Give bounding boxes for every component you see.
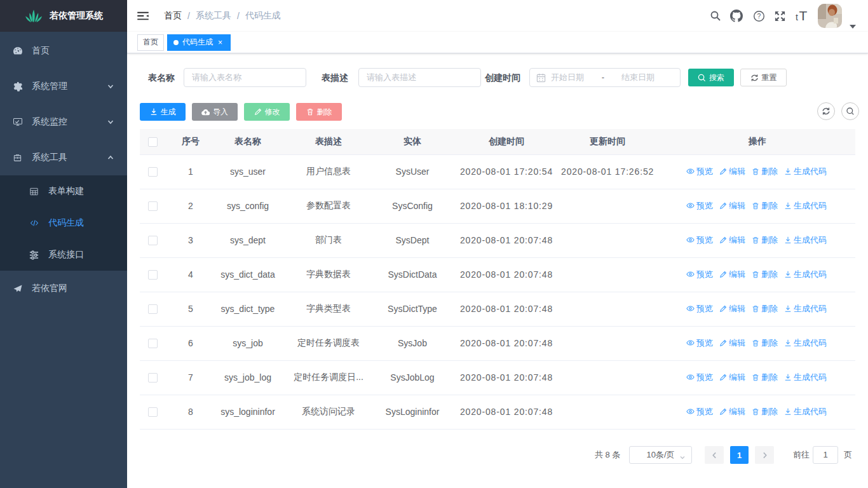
svg-text:?: ? xyxy=(757,13,761,20)
svg-text:T: T xyxy=(799,10,808,22)
svg-text:t: t xyxy=(796,12,798,22)
